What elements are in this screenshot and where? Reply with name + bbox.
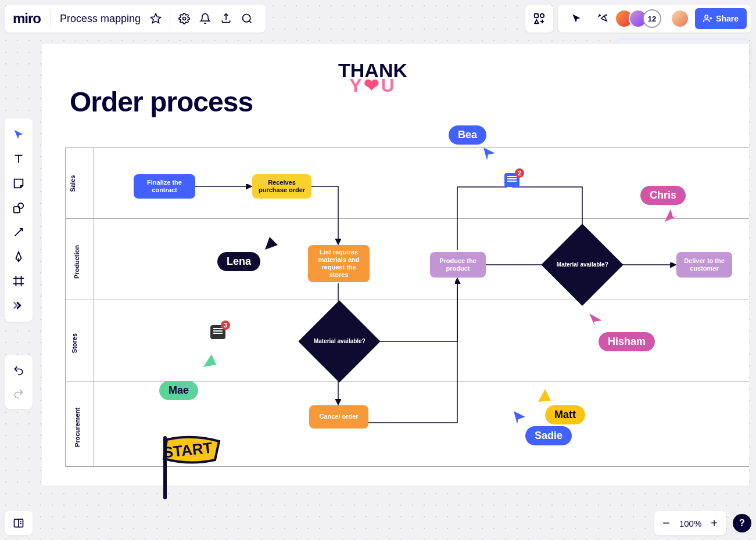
svg-point-6 xyxy=(540,14,544,17)
undo-redo-bar xyxy=(5,355,33,409)
comment-count-badge: 2 xyxy=(515,168,524,178)
lane-label-production: Production xyxy=(73,245,80,279)
frame-tool[interactable] xyxy=(7,269,30,293)
share-button[interactable]: Share xyxy=(695,8,747,29)
left-toolbar xyxy=(5,118,33,322)
share-label: Share xyxy=(716,14,739,23)
user-avatar[interactable] xyxy=(671,9,689,28)
frames-panel-button[interactable] xyxy=(5,511,33,535)
zoom-level[interactable]: 100% xyxy=(679,519,701,528)
board-name[interactable]: Process mapping xyxy=(60,13,141,25)
help-button[interactable]: ? xyxy=(733,514,751,532)
svg-line-4 xyxy=(249,21,252,23)
sticky-tool[interactable] xyxy=(7,172,30,195)
miro-logo[interactable]: miro xyxy=(13,10,51,27)
lane-headers: Sales Production Stores Procurement xyxy=(65,147,94,467)
top-bar: miro Process mapping 12 Share xyxy=(5,5,751,33)
thank-you-sticker[interactable]: THANK Y❤U xyxy=(338,63,407,93)
board-title[interactable]: Order process xyxy=(70,86,253,118)
select-tool[interactable] xyxy=(7,123,30,146)
bottom-right-controls: − 100% + ? xyxy=(654,511,751,535)
node-receives[interactable]: Receives purchase order xyxy=(252,174,311,199)
svg-marker-7 xyxy=(535,20,538,23)
collaborator-avatars[interactable]: 12 xyxy=(619,9,661,28)
redo-button[interactable] xyxy=(7,382,30,405)
svg-marker-0 xyxy=(151,14,161,23)
cursor-mae: Mae xyxy=(159,381,198,400)
svg-rect-5 xyxy=(535,14,538,17)
node-produce[interactable]: Produce the product xyxy=(430,252,486,278)
cursor-chris: Chris xyxy=(640,186,686,205)
export-icon[interactable] xyxy=(216,8,237,29)
bell-icon[interactable] xyxy=(195,8,216,29)
svg-point-1 xyxy=(183,17,186,20)
comment-count-badge: 3 xyxy=(221,321,230,330)
svg-point-10 xyxy=(605,15,607,16)
cursor-matt: Matt xyxy=(545,405,585,424)
cursor-bea: Bea xyxy=(449,125,486,145)
svg-point-11 xyxy=(705,15,708,18)
line-tool[interactable] xyxy=(7,221,30,244)
cursor-sadie: Sadie xyxy=(525,426,572,445)
star-icon[interactable] xyxy=(145,8,166,29)
lane-divider xyxy=(65,218,749,219)
reactions-icon[interactable] xyxy=(593,8,614,29)
node-finalize[interactable]: Finalize the contract xyxy=(134,174,195,199)
start-sticker[interactable]: START xyxy=(152,431,234,503)
comment-indicator[interactable]: 2 xyxy=(504,173,519,187)
apps-button[interactable] xyxy=(525,5,553,33)
svg-point-17 xyxy=(18,203,23,208)
svg-point-3 xyxy=(243,15,250,22)
lane-divider xyxy=(65,300,749,300)
lane-label-sales: Sales xyxy=(69,175,76,192)
undo-button[interactable] xyxy=(7,359,30,382)
comment-indicator[interactable]: 3 xyxy=(210,325,225,339)
zoom-out-button[interactable]: − xyxy=(662,516,670,531)
node-cancel[interactable]: Cancel order xyxy=(309,405,368,429)
pen-tool[interactable] xyxy=(7,245,30,268)
settings-icon[interactable] xyxy=(174,8,195,29)
more-tools[interactable] xyxy=(7,294,30,317)
shape-tool[interactable] xyxy=(7,196,30,219)
lane-label-procurement: Procurement xyxy=(74,408,81,447)
cursor-hisham: Hisham xyxy=(599,332,655,351)
avatar-overflow-count[interactable]: 12 xyxy=(643,9,661,28)
search-icon[interactable] xyxy=(237,8,257,29)
node-list[interactable]: List requires materials and request the … xyxy=(308,245,370,282)
top-right-panel: 12 Share xyxy=(558,5,751,33)
text-tool[interactable] xyxy=(7,147,30,171)
cursor-lena: Lena xyxy=(217,252,260,271)
zoom-in-button[interactable]: + xyxy=(711,517,718,530)
board-canvas[interactable]: Order process THANK Y❤U Sales Production… xyxy=(42,44,749,485)
node-deliver[interactable]: Deliver to the customer xyxy=(676,252,732,278)
cursor-mode-icon[interactable] xyxy=(566,8,587,29)
lane-label-stores: Stores xyxy=(71,333,78,353)
zoom-controls: − 100% + xyxy=(654,511,726,535)
top-left-panel: miro Process mapping xyxy=(5,5,266,33)
